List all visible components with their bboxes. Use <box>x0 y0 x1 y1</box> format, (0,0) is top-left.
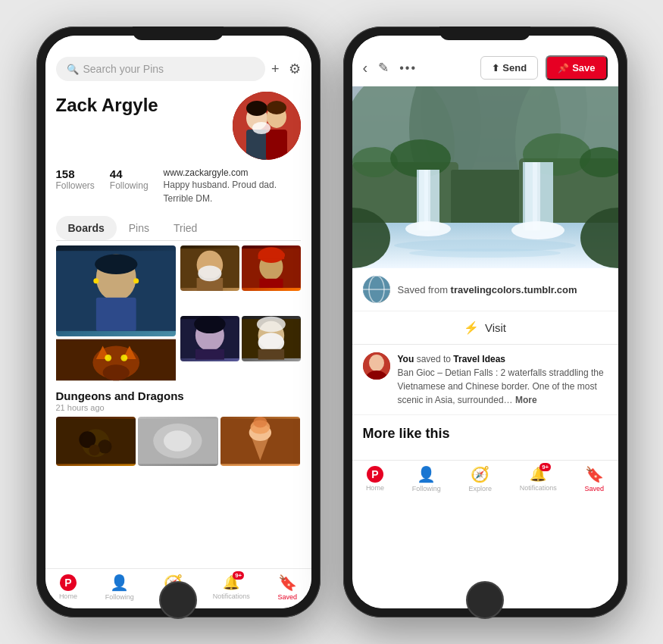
search-bar: 🔍 Search your Pins + ⚙ <box>45 52 311 86</box>
saved-icon: 🔖 <box>278 574 297 592</box>
source-avatar <box>363 276 390 303</box>
followers-count: 158 <box>56 167 75 180</box>
bio-stat: www.zackargyle.com Happy husband. Proud … <box>164 167 277 205</box>
profile-header: Zack Argyle <box>56 92 301 160</box>
search-icon: 🔍 <box>67 64 79 75</box>
p2-following-icon: 👤 <box>417 465 436 483</box>
svg-rect-34 <box>195 349 224 359</box>
website-link[interactable]: www.zackargyle.com <box>164 167 249 178</box>
back-icon[interactable]: ‹ <box>363 59 368 77</box>
nav-home[interactable]: P Home <box>59 574 77 600</box>
svg-point-14 <box>133 278 139 283</box>
board2-image-2 <box>138 417 218 466</box>
activity-section: You saved to Travel Ideas Ban Gioc – Det… <box>352 345 618 415</box>
bio-text: Happy husband. Proud dad.Terrible DM. <box>164 178 277 205</box>
phone-2-notch <box>439 27 530 40</box>
edit-icon[interactable]: ✎ <box>378 60 389 76</box>
settings-icon[interactable]: ⚙ <box>289 61 301 77</box>
svg-point-48 <box>164 430 192 452</box>
lightning-icon: ⚡ <box>464 320 479 335</box>
portrait-svg-2 <box>56 336 177 383</box>
saved-from-text: Saved from <box>398 284 448 295</box>
activity-saved-to: saved to <box>417 354 454 364</box>
pin-icon: 📌 <box>558 63 569 73</box>
p2-nav-home[interactable]: P Home <box>366 466 384 492</box>
followers-stat[interactable]: 158 Followers <box>56 167 95 191</box>
profile-tabs: Boards Pins Tried <box>56 216 301 241</box>
nav-following-label: Following <box>105 593 134 601</box>
phone-2-home-button[interactable] <box>466 581 504 619</box>
phone-1-home-button[interactable] <box>159 581 197 619</box>
phone-1-screen: 🔍 Search your Pins + ⚙ Zack Argyle <box>45 36 311 608</box>
send-label: Send <box>502 62 527 73</box>
search-input-container[interactable]: 🔍 Search your Pins <box>56 57 265 81</box>
p2-bell-wrapper: 🔔 9+ <box>530 466 546 483</box>
nav-notifications[interactable]: 🔔 9+ Notifications <box>213 574 250 600</box>
more-title: More like this <box>363 426 608 442</box>
following-count: 44 <box>110 167 123 180</box>
nav-saved[interactable]: 🔖 Saved <box>278 574 298 601</box>
svg-point-45 <box>89 445 100 456</box>
followers-label: Followers <box>56 180 95 191</box>
svg-point-13 <box>93 278 99 283</box>
p2-bottom-nav: P Home 👤 Following 🧭 Explore 🔔 <box>352 460 618 500</box>
following-stat[interactable]: 44 Following <box>110 167 149 191</box>
p2-nav-home-label: Home <box>366 484 384 492</box>
source-text: Saved from travelingcolors.tumblr.com <box>398 284 577 295</box>
p2-home-icon: P <box>367 466 383 483</box>
svg-point-44 <box>98 439 111 453</box>
phone-2-screen: ‹ ✎ ••• ⬆ Send 📌 Save <box>352 36 618 608</box>
phones-container: 🔍 Search your Pins + ⚙ Zack Argyle <box>21 11 643 633</box>
p2-nav-notifications[interactable]: 🔔 9+ Notifications <box>520 466 557 492</box>
svg-rect-72 <box>424 170 430 230</box>
svg-rect-75 <box>533 162 540 230</box>
activity-you: You <box>398 354 414 364</box>
p2-nav-explore-label: Explore <box>468 485 492 492</box>
svg-point-81 <box>409 249 561 258</box>
board-1-title-row: Dungeons and Dragons 21 hours ago <box>56 389 301 412</box>
p2-saved-icon: 🔖 <box>585 465 604 483</box>
activity-board[interactable]: Travel Ideas <box>453 354 505 364</box>
p2-nav-following[interactable]: 👤 Following <box>412 465 441 492</box>
boards-section: Dungeons and Dragons 21 hours ago <box>56 245 301 568</box>
board-title[interactable]: Dungeons and Dragons <box>56 389 301 402</box>
svg-point-30 <box>280 252 285 258</box>
source-globe-svg <box>363 276 390 303</box>
portrait-svg-6 <box>242 316 301 361</box>
avatar[interactable] <box>233 92 301 160</box>
board2-image-1 <box>56 417 136 466</box>
svg-point-20 <box>120 355 127 361</box>
tab-pins[interactable]: Pins <box>117 216 161 240</box>
p2-header-left: ‹ ✎ ••• <box>363 59 417 77</box>
save-button[interactable]: 📌 Save <box>546 55 607 80</box>
profile-section: Zack Argyle <box>45 86 311 568</box>
source-link[interactable]: travelingcolors.tumblr.com <box>451 284 577 295</box>
svg-point-6 <box>246 101 267 116</box>
send-button[interactable]: ⬆ Send <box>480 56 538 80</box>
tab-tried[interactable]: Tried <box>161 216 209 240</box>
svg-point-53 <box>253 417 267 428</box>
nav-following[interactable]: 👤 Following <box>105 574 134 601</box>
add-icon[interactable]: + <box>271 61 280 77</box>
following-icon: 👤 <box>110 574 129 592</box>
board2-image-3 <box>220 417 301 466</box>
board-grid-2 <box>56 417 301 466</box>
p2-notification-badge: 9+ <box>539 463 551 471</box>
phone-2-content: ‹ ✎ ••• ⬆ Send 📌 Save <box>352 36 618 608</box>
tab-boards[interactable]: Boards <box>56 216 117 240</box>
phone-1-notch <box>133 27 224 40</box>
board-image-2 <box>56 336 177 383</box>
more-link[interactable]: More <box>515 395 537 405</box>
p2-nav-saved[interactable]: 🔖 Saved <box>585 465 605 492</box>
svg-rect-39 <box>258 349 284 359</box>
source-bar: Saved from travelingcolors.tumblr.com <box>352 268 618 311</box>
p2-nav-notifications-label: Notifications <box>520 484 557 492</box>
p2-nav-explore[interactable]: 🧭 Explore <box>468 465 492 492</box>
svg-point-76 <box>405 221 451 236</box>
p2-nav-saved-label: Saved <box>585 485 605 492</box>
phone-2: ‹ ✎ ••• ⬆ Send 📌 Save <box>343 27 627 617</box>
visit-button[interactable]: ⚡ Visit <box>352 311 618 345</box>
p2-header: ‹ ✎ ••• ⬆ Send 📌 Save <box>352 52 618 86</box>
food-svg-3 <box>220 417 301 466</box>
more-icon[interactable]: ••• <box>399 61 417 75</box>
